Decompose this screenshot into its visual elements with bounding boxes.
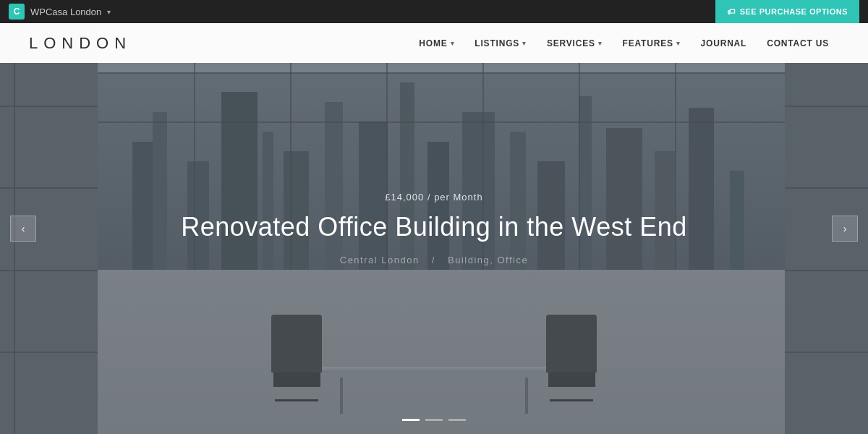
property-location: Central London / Building, Office [336,255,532,265]
nav-item-listings[interactable]: LISTINGS ▾ [464,23,537,63]
admin-bar-left: C WPCasa London ▾ [9,4,111,20]
hero-section: £14,000 / per Month Renovated Office Bui… [0,23,868,434]
nav-item-journal[interactable]: JOURNAL [691,23,757,63]
slider-dot-2[interactable] [425,419,443,421]
nav-item-features[interactable]: FEATURES ▾ [613,23,691,63]
site-name[interactable]: WPCasa London [30,7,101,17]
nav-links: HOME ▾ LISTINGS ▾ SERVICES ▾ FEATURES ▾ [409,23,839,63]
category-text: Building, Office [448,255,528,265]
nav-link-journal[interactable]: JOURNAL [691,23,757,63]
slider-next-button[interactable]: › [832,216,858,242]
main-navigation: LONDON HOME ▾ LISTINGS ▾ SERVICES ▾ FEAT… [0,23,868,63]
site-logo[interactable]: LONDON [29,34,132,53]
nav-link-features[interactable]: FEATURES ▾ [613,23,691,63]
slider-dot-3[interactable] [448,419,466,421]
tag-icon: 🏷 [727,7,736,16]
nav-item-home[interactable]: HOME ▾ [409,23,464,63]
wordpress-logo: C [9,4,25,20]
nav-link-listings[interactable]: LISTINGS ▾ [464,23,537,63]
property-title: Renovated Office Building in the West En… [181,211,687,242]
purchase-button[interactable]: 🏷 SEE PURCHASE OPTIONS [715,0,859,23]
slider-dot-1[interactable] [402,419,420,421]
nav-item-contact[interactable]: CONTACT US [757,23,839,63]
separator: / [432,255,435,265]
purchase-btn-label: SEE PURCHASE OPTIONS [740,7,848,16]
chevron-down-icon: ▾ [522,40,527,47]
nav-link-contact[interactable]: CONTACT US [757,23,839,63]
hero-content: £14,000 / per Month Renovated Office Bui… [0,23,868,434]
nav-link-home[interactable]: HOME ▾ [409,23,464,63]
nav-item-services[interactable]: SERVICES ▾ [537,23,613,63]
chevron-down-icon: ▾ [107,8,111,16]
slider-dots [402,419,466,421]
chevron-down-icon: ▾ [451,40,455,47]
chevron-left-icon: ‹ [22,223,25,234]
slider-prev-button[interactable]: ‹ [10,216,36,242]
chevron-down-icon: ▾ [598,40,603,47]
chevron-down-icon: ▾ [676,40,681,47]
chevron-right-icon: › [843,223,847,234]
location-text: Central London [340,255,420,265]
property-price: £14,000 / per Month [385,192,482,203]
admin-bar: C WPCasa London ▾ 🏷 SEE PURCHASE OPTIONS [0,0,868,23]
nav-link-services[interactable]: SERVICES ▾ [537,23,613,63]
